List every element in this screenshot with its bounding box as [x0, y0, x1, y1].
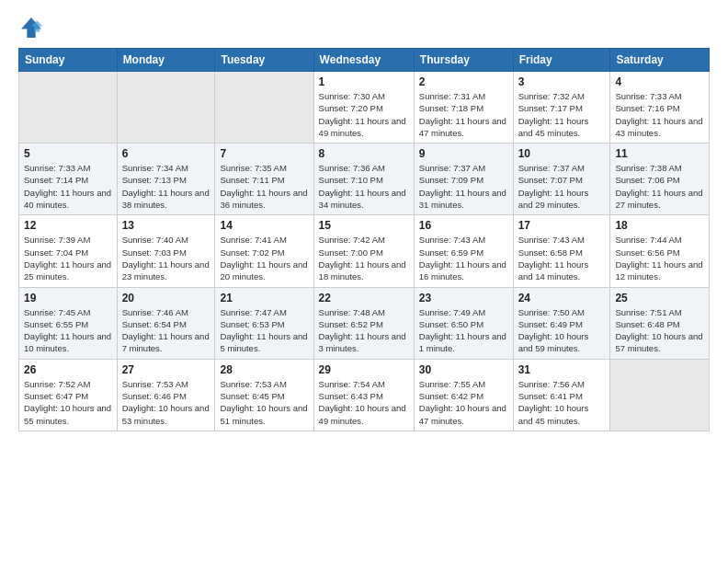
day-number: 8 — [319, 147, 409, 160]
day-info: Sunrise: 7:32 AMSunset: 7:17 PMDaylight:… — [518, 90, 606, 139]
header — [18, 15, 710, 40]
calendar-cell: 21Sunrise: 7:47 AMSunset: 6:53 PMDayligh… — [215, 287, 313, 359]
day-number: 9 — [419, 147, 508, 160]
day-number: 3 — [518, 75, 606, 88]
calendar-cell: 27Sunrise: 7:53 AMSunset: 6:46 PMDayligh… — [117, 359, 215, 431]
day-number: 26 — [24, 363, 112, 376]
calendar-cell: 16Sunrise: 7:43 AMSunset: 6:59 PMDayligh… — [414, 215, 513, 287]
day-info: Sunrise: 7:41 AMSunset: 7:02 PMDaylight:… — [220, 234, 308, 282]
col-header-tuesday: Tuesday — [215, 49, 313, 72]
day-number: 17 — [518, 219, 606, 232]
calendar-cell: 31Sunrise: 7:56 AMSunset: 6:41 PMDayligh… — [513, 359, 610, 431]
day-info: Sunrise: 7:40 AMSunset: 7:03 PMDaylight:… — [122, 234, 210, 282]
day-info: Sunrise: 7:52 AMSunset: 6:47 PMDaylight:… — [24, 378, 112, 427]
calendar-cell: 22Sunrise: 7:48 AMSunset: 6:52 PMDayligh… — [313, 287, 414, 359]
day-number: 20 — [122, 292, 210, 304]
calendar-cell: 2Sunrise: 7:31 AMSunset: 7:18 PMDaylight… — [414, 72, 513, 144]
day-info: Sunrise: 7:47 AMSunset: 6:53 PMDaylight:… — [220, 306, 308, 355]
day-info: Sunrise: 7:30 AMSunset: 7:20 PMDaylight:… — [319, 90, 409, 139]
calendar-table: SundayMondayTuesdayWednesdayThursdayFrid… — [18, 48, 710, 431]
day-info: Sunrise: 7:46 AMSunset: 6:54 PMDaylight:… — [122, 306, 210, 355]
calendar-header-row: SundayMondayTuesdayWednesdayThursdayFrid… — [19, 49, 710, 72]
day-info: Sunrise: 7:53 AMSunset: 6:45 PMDaylight:… — [220, 378, 308, 427]
calendar-week-row: 12Sunrise: 7:39 AMSunset: 7:04 PMDayligh… — [19, 215, 710, 287]
day-number: 7 — [220, 147, 308, 160]
day-number: 31 — [518, 363, 606, 376]
col-header-monday: Monday — [117, 49, 215, 72]
calendar-cell: 17Sunrise: 7:43 AMSunset: 6:58 PMDayligh… — [513, 215, 610, 287]
calendar-cell — [215, 72, 313, 144]
day-number: 11 — [615, 147, 704, 160]
calendar-week-row: 19Sunrise: 7:45 AMSunset: 6:55 PMDayligh… — [19, 287, 710, 359]
calendar-cell: 24Sunrise: 7:50 AMSunset: 6:49 PMDayligh… — [513, 287, 610, 359]
day-number: 1 — [319, 75, 409, 88]
calendar-cell: 8Sunrise: 7:36 AMSunset: 7:10 PMDaylight… — [313, 144, 414, 215]
day-number: 5 — [24, 147, 112, 160]
day-number: 25 — [615, 292, 704, 304]
day-info: Sunrise: 7:37 AMSunset: 7:09 PMDaylight:… — [419, 162, 508, 211]
day-number: 22 — [319, 292, 409, 304]
day-number: 14 — [220, 219, 308, 232]
calendar-cell: 10Sunrise: 7:37 AMSunset: 7:07 PMDayligh… — [513, 144, 610, 215]
day-info: Sunrise: 7:31 AMSunset: 7:18 PMDaylight:… — [419, 90, 508, 139]
day-info: Sunrise: 7:37 AMSunset: 7:07 PMDaylight:… — [518, 162, 606, 211]
logo — [18, 15, 48, 40]
calendar-cell: 7Sunrise: 7:35 AMSunset: 7:11 PMDaylight… — [215, 144, 313, 215]
calendar-cell: 3Sunrise: 7:32 AMSunset: 7:17 PMDaylight… — [513, 72, 610, 144]
day-info: Sunrise: 7:38 AMSunset: 7:06 PMDaylight:… — [615, 162, 704, 211]
day-info: Sunrise: 7:49 AMSunset: 6:50 PMDaylight:… — [419, 306, 508, 355]
day-info: Sunrise: 7:55 AMSunset: 6:42 PMDaylight:… — [419, 378, 508, 427]
calendar-cell — [117, 72, 215, 144]
day-info: Sunrise: 7:44 AMSunset: 6:56 PMDaylight:… — [615, 234, 704, 282]
day-number: 10 — [518, 147, 606, 160]
day-number: 6 — [122, 147, 210, 160]
calendar-cell: 23Sunrise: 7:49 AMSunset: 6:50 PMDayligh… — [414, 287, 513, 359]
col-header-friday: Friday — [513, 49, 610, 72]
day-info: Sunrise: 7:43 AMSunset: 6:58 PMDaylight:… — [518, 234, 606, 282]
day-info: Sunrise: 7:36 AMSunset: 7:10 PMDaylight:… — [319, 162, 409, 211]
calendar-cell: 13Sunrise: 7:40 AMSunset: 7:03 PMDayligh… — [117, 215, 215, 287]
calendar-cell: 12Sunrise: 7:39 AMSunset: 7:04 PMDayligh… — [19, 215, 118, 287]
day-info: Sunrise: 7:50 AMSunset: 6:49 PMDaylight:… — [518, 306, 606, 355]
calendar-cell: 29Sunrise: 7:54 AMSunset: 6:43 PMDayligh… — [313, 359, 414, 431]
day-number: 23 — [419, 292, 508, 304]
day-info: Sunrise: 7:42 AMSunset: 7:00 PMDaylight:… — [319, 234, 409, 282]
day-info: Sunrise: 7:35 AMSunset: 7:11 PMDaylight:… — [220, 162, 308, 211]
day-number: 2 — [419, 75, 508, 88]
day-info: Sunrise: 7:33 AMSunset: 7:14 PMDaylight:… — [24, 162, 112, 211]
day-number: 19 — [24, 292, 112, 304]
page: SundayMondayTuesdayWednesdayThursdayFrid… — [0, 0, 728, 563]
calendar-cell: 1Sunrise: 7:30 AMSunset: 7:20 PMDaylight… — [313, 72, 414, 144]
day-info: Sunrise: 7:33 AMSunset: 7:16 PMDaylight:… — [615, 90, 704, 139]
calendar-week-row: 1Sunrise: 7:30 AMSunset: 7:20 PMDaylight… — [19, 72, 710, 144]
day-number: 24 — [518, 292, 606, 304]
calendar-cell: 15Sunrise: 7:42 AMSunset: 7:00 PMDayligh… — [313, 215, 414, 287]
day-number: 15 — [319, 219, 409, 232]
day-info: Sunrise: 7:53 AMSunset: 6:46 PMDaylight:… — [122, 378, 210, 427]
calendar-cell: 19Sunrise: 7:45 AMSunset: 6:55 PMDayligh… — [19, 287, 118, 359]
day-info: Sunrise: 7:34 AMSunset: 7:13 PMDaylight:… — [122, 162, 210, 211]
day-info: Sunrise: 7:45 AMSunset: 6:55 PMDaylight:… — [24, 306, 112, 355]
col-header-sunday: Sunday — [19, 49, 118, 72]
day-number: 16 — [419, 219, 508, 232]
day-number: 29 — [319, 363, 409, 376]
calendar-cell — [19, 72, 118, 144]
col-header-wednesday: Wednesday — [313, 49, 414, 72]
calendar-cell — [610, 359, 710, 431]
calendar-cell: 28Sunrise: 7:53 AMSunset: 6:45 PMDayligh… — [215, 359, 313, 431]
calendar-cell: 4Sunrise: 7:33 AMSunset: 7:16 PMDaylight… — [610, 72, 710, 144]
day-info: Sunrise: 7:54 AMSunset: 6:43 PMDaylight:… — [319, 378, 409, 427]
calendar-cell: 26Sunrise: 7:52 AMSunset: 6:47 PMDayligh… — [19, 359, 118, 431]
calendar-cell: 20Sunrise: 7:46 AMSunset: 6:54 PMDayligh… — [117, 287, 215, 359]
day-info: Sunrise: 7:43 AMSunset: 6:59 PMDaylight:… — [419, 234, 508, 282]
day-number: 21 — [220, 292, 308, 304]
day-number: 18 — [615, 219, 704, 232]
calendar-cell: 18Sunrise: 7:44 AMSunset: 6:56 PMDayligh… — [610, 215, 710, 287]
calendar-cell: 11Sunrise: 7:38 AMSunset: 7:06 PMDayligh… — [610, 144, 710, 215]
day-info: Sunrise: 7:56 AMSunset: 6:41 PMDaylight:… — [518, 378, 606, 427]
calendar-cell: 30Sunrise: 7:55 AMSunset: 6:42 PMDayligh… — [414, 359, 513, 431]
logo-icon — [18, 15, 44, 40]
day-number: 13 — [122, 219, 210, 232]
day-number: 27 — [122, 363, 210, 376]
day-number: 30 — [419, 363, 508, 376]
